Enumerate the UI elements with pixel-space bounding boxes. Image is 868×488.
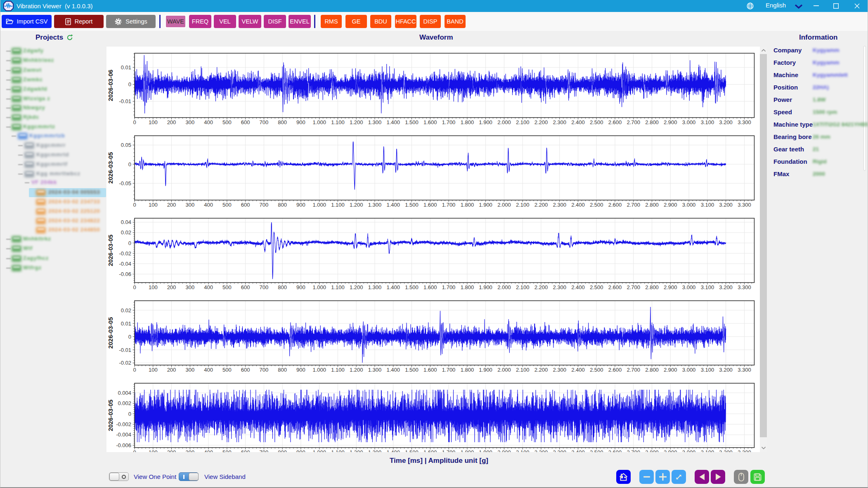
svg-text:2.100: 2.100 xyxy=(516,119,530,125)
svg-text:1.500: 1.500 xyxy=(405,284,419,290)
svg-text:2.500: 2.500 xyxy=(590,119,603,125)
svg-text:1.400: 1.400 xyxy=(387,367,400,373)
svg-text:-0.02: -0.02 xyxy=(119,360,131,366)
svg-text:400: 400 xyxy=(204,202,213,208)
svg-text:1.300: 1.300 xyxy=(368,119,382,125)
svg-text:600: 600 xyxy=(241,367,250,373)
svg-text:1.700: 1.700 xyxy=(442,202,456,208)
svg-text:100: 100 xyxy=(149,449,158,452)
svg-text:1.800: 1.800 xyxy=(461,284,474,290)
svg-text:300: 300 xyxy=(185,367,194,373)
svg-text:3.200: 3.200 xyxy=(719,119,733,125)
svg-text:100: 100 xyxy=(149,202,158,208)
svg-text:1.300: 1.300 xyxy=(368,367,382,373)
svg-text:2.900: 2.900 xyxy=(664,202,677,208)
svg-text:1.400: 1.400 xyxy=(387,119,400,125)
svg-text:500: 500 xyxy=(222,367,232,373)
svg-text:800: 800 xyxy=(278,202,287,208)
svg-text:0.004: 0.004 xyxy=(118,390,131,396)
svg-text:3.200: 3.200 xyxy=(719,449,733,452)
svg-text:3.000: 3.000 xyxy=(682,284,696,290)
svg-text:1.600: 1.600 xyxy=(423,202,437,208)
svg-text:0.02: 0.02 xyxy=(121,229,131,236)
svg-text:2.800: 2.800 xyxy=(645,284,659,290)
svg-text:2.400: 2.400 xyxy=(571,449,585,452)
svg-text:500: 500 xyxy=(222,119,232,125)
svg-text:2.000: 2.000 xyxy=(497,202,511,208)
svg-text:200: 200 xyxy=(167,202,176,208)
svg-text:2.600: 2.600 xyxy=(608,202,622,208)
svg-text:1.600: 1.600 xyxy=(423,449,437,452)
svg-text:2.200: 2.200 xyxy=(535,449,548,452)
svg-text:2.000: 2.000 xyxy=(497,284,511,290)
svg-text:200: 200 xyxy=(167,449,176,452)
svg-text:2.900: 2.900 xyxy=(664,119,677,125)
svg-text:3.000: 3.000 xyxy=(682,119,696,125)
svg-text:2.900: 2.900 xyxy=(664,449,677,452)
svg-text:1.200: 1.200 xyxy=(350,202,363,208)
svg-text:1.200: 1.200 xyxy=(350,119,363,125)
svg-text:1.000: 1.000 xyxy=(312,367,326,373)
svg-text:400: 400 xyxy=(204,284,213,290)
svg-text:1.800: 1.800 xyxy=(461,202,474,208)
svg-text:1.500: 1.500 xyxy=(405,449,419,452)
svg-text:0.002: 0.002 xyxy=(118,400,131,406)
svg-text:2.300: 2.300 xyxy=(553,202,566,208)
svg-text:500: 500 xyxy=(222,284,232,290)
svg-text:1.100: 1.100 xyxy=(331,449,345,452)
svg-text:2.300: 2.300 xyxy=(553,284,566,290)
svg-text:1.000: 1.000 xyxy=(312,449,326,452)
svg-text:200: 200 xyxy=(167,367,176,373)
svg-text:300: 300 xyxy=(185,284,194,290)
svg-text:-0.006: -0.006 xyxy=(116,442,131,448)
svg-text:1.900: 1.900 xyxy=(479,367,492,373)
svg-text:3.300: 3.300 xyxy=(738,202,751,208)
svg-text:0: 0 xyxy=(128,161,131,167)
svg-text:1.200: 1.200 xyxy=(350,367,363,373)
svg-text:200: 200 xyxy=(167,284,176,290)
svg-text:-0.02: -0.02 xyxy=(119,250,131,257)
svg-text:900: 900 xyxy=(296,367,305,373)
svg-text:3.100: 3.100 xyxy=(701,367,714,373)
svg-text:600: 600 xyxy=(241,202,250,208)
svg-text:3.300: 3.300 xyxy=(738,367,751,373)
svg-text:3.200: 3.200 xyxy=(719,202,733,208)
svg-text:3.000: 3.000 xyxy=(682,367,696,373)
svg-text:-0.05: -0.05 xyxy=(119,180,131,186)
svg-text:0.01: 0.01 xyxy=(121,64,131,71)
svg-text:1.500: 1.500 xyxy=(405,119,419,125)
svg-text:0.04: 0.04 xyxy=(121,219,131,225)
svg-text:2.500: 2.500 xyxy=(590,367,603,373)
svg-text:0: 0 xyxy=(133,284,136,290)
svg-text:2.700: 2.700 xyxy=(627,119,641,125)
svg-text:0: 0 xyxy=(133,202,136,208)
svg-text:2.900: 2.900 xyxy=(664,284,677,290)
svg-text:2.600: 2.600 xyxy=(608,449,622,452)
svg-text:1.500: 1.500 xyxy=(405,367,419,373)
svg-text:700: 700 xyxy=(260,367,269,373)
svg-text:2.800: 2.800 xyxy=(645,449,659,452)
svg-text:2026-03-05: 2026-03-05 xyxy=(107,235,114,266)
svg-text:0: 0 xyxy=(133,119,136,125)
svg-text:0.01: 0.01 xyxy=(121,321,131,327)
svg-text:0: 0 xyxy=(128,240,131,246)
svg-text:3.100: 3.100 xyxy=(701,202,714,208)
svg-text:1.900: 1.900 xyxy=(479,284,492,290)
svg-text:1.900: 1.900 xyxy=(479,449,492,452)
svg-text:1.300: 1.300 xyxy=(368,202,382,208)
svg-text:2.700: 2.700 xyxy=(627,202,641,208)
svg-text:1.900: 1.900 xyxy=(479,119,492,125)
svg-text:0.02: 0.02 xyxy=(121,307,131,314)
svg-text:2026-03-06: 2026-03-06 xyxy=(107,70,114,101)
svg-text:2.100: 2.100 xyxy=(516,367,530,373)
svg-text:-0.01: -0.01 xyxy=(119,347,131,353)
svg-text:3.000: 3.000 xyxy=(682,449,696,452)
svg-text:800: 800 xyxy=(278,367,287,373)
svg-text:300: 300 xyxy=(185,119,194,125)
svg-text:-0.01: -0.01 xyxy=(119,98,131,104)
svg-text:2.600: 2.600 xyxy=(608,284,622,290)
svg-text:2.700: 2.700 xyxy=(627,449,641,452)
svg-text:700: 700 xyxy=(260,202,269,208)
svg-text:3.000: 3.000 xyxy=(682,202,696,208)
svg-text:400: 400 xyxy=(204,449,213,452)
